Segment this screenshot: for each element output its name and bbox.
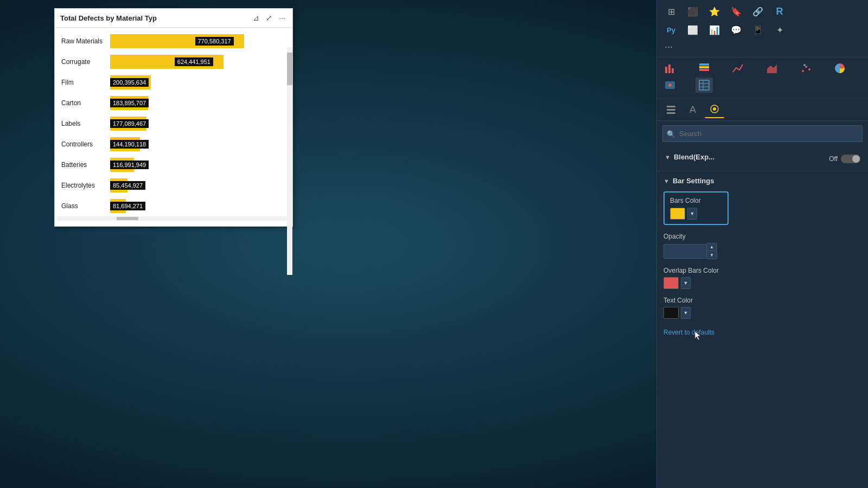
table-row: Controllers144,190,118: [57, 134, 290, 155]
bars-color-dropdown-btn[interactable]: ▼: [687, 208, 697, 220]
blend-header[interactable]: ▼ Blend(Exp...: [665, 153, 714, 161]
overlap-color-swatch[interactable]: [663, 277, 679, 289]
bar-container: 116,991,949: [110, 158, 286, 172]
blend-toggle-container: Off: [829, 155, 860, 163]
toolbar-icon-9[interactable]: 📱: [748, 22, 768, 38]
table-row: Carton183,895,707: [57, 93, 290, 113]
text-color-swatch[interactable]: [663, 307, 679, 319]
overlap-bars-color-field: Overlap Bars Color ▼: [663, 267, 861, 289]
toolbar-icon-6[interactable]: ⬜: [683, 22, 703, 38]
bar-value: 177,089,467: [110, 119, 149, 128]
toolbar-icon-py[interactable]: Py: [661, 22, 681, 38]
bar-label: Labels: [61, 120, 110, 127]
blend-section: ▼ Blend(Exp... Off: [657, 146, 868, 171]
opacity-spinner: ▲ ▼: [707, 243, 717, 259]
overlap-color-picker-row: ▼: [663, 277, 861, 289]
bar-container: 200,395,634: [110, 75, 286, 89]
toolbar-icon-10[interactable]: ✦: [770, 22, 789, 38]
text-color-field: Text Color ▼: [663, 297, 861, 319]
table-row: Film200,395,634: [57, 72, 290, 93]
opacity-field: Opacity 100 ▲ ▼: [663, 233, 861, 259]
search-input[interactable]: [662, 125, 863, 142]
bar-value: 85,454,927: [110, 181, 145, 190]
overlap-bars-color-label: Overlap Bars Color: [663, 267, 861, 274]
viz-icon-map[interactable]: [661, 78, 679, 93]
opacity-input-row: 100 ▲ ▼: [663, 243, 861, 259]
fields-icon[interactable]: [661, 101, 681, 118]
viz-icon-grid: [661, 61, 864, 93]
toolbar-icon-8[interactable]: 💬: [726, 22, 746, 38]
bar-label: Raw Materials: [61, 37, 110, 45]
viz-icon-scatter[interactable]: [797, 61, 815, 76]
viz-icon-table[interactable]: [695, 78, 713, 93]
svg-rect-14: [699, 80, 709, 90]
revert-defaults-btn[interactable]: Revert to defaults: [663, 326, 714, 338]
table-row: Corrugate624,441,951: [57, 52, 290, 72]
viz-icon-bar[interactable]: [661, 61, 679, 76]
search-box: 🔍: [662, 125, 863, 142]
blend-toggle-label: Off: [829, 155, 838, 163]
bar-container: 624,441,951: [110, 55, 286, 69]
table-row: Labels177,089,467: [57, 113, 290, 134]
toolbar-icon-4[interactable]: 🔖: [726, 3, 746, 20]
format-icon[interactable]: [683, 101, 703, 118]
opacity-input[interactable]: 100: [663, 244, 707, 259]
overlap-color-dropdown-btn[interactable]: ▼: [681, 277, 691, 289]
text-color-dropdown-btn[interactable]: ▼: [681, 307, 691, 319]
bar-label: Corrugate: [61, 58, 110, 66]
table-row: Raw Materials770,580,317: [57, 31, 290, 52]
blend-toggle[interactable]: [841, 155, 860, 163]
bar-label: Glass: [61, 202, 110, 210]
svg-point-10: [803, 64, 806, 66]
bar-value: 183,895,707: [110, 99, 149, 107]
toolbar-icon-7[interactable]: 📊: [705, 22, 724, 38]
viz-icon-line[interactable]: [729, 61, 746, 76]
toolbar-icon-5[interactable]: 🔗: [748, 3, 768, 20]
table-row: Electrolytes85,454,927: [57, 175, 290, 196]
svg-rect-3: [699, 69, 709, 71]
svg-point-9: [808, 68, 810, 70]
svg-point-13: [668, 84, 672, 87]
toolbar-row-1: ⊞ ⬛ ⭐ 🔖 🔗 R: [661, 3, 864, 20]
bar-value: 770,580,317: [195, 37, 234, 46]
bar-container: 177,089,467: [110, 117, 286, 131]
svg-point-7: [802, 70, 804, 72]
svg-point-8: [805, 66, 807, 68]
toolbar-icon-2[interactable]: ⬛: [683, 3, 703, 20]
toolbar-icon-3[interactable]: ⭐: [705, 3, 724, 20]
bar-value: 116,991,949: [110, 160, 149, 169]
opacity-increment-btn[interactable]: ▲: [707, 243, 717, 251]
chart-scrollbar-horizontal[interactable]: [57, 216, 290, 221]
expand-icon[interactable]: ⤢: [264, 13, 274, 23]
chart-title: Total Defects by Material Typ: [60, 14, 157, 22]
svg-point-23: [713, 107, 716, 111]
opacity-label: Opacity: [663, 233, 861, 240]
right-panel: ⊞ ⬛ ⭐ 🔖 🔗 R Py ⬜ 📊 💬 📱 ✦ ···: [656, 0, 868, 488]
filter-icon[interactable]: ⊿: [251, 13, 261, 23]
bars-color-picker-row: ▼: [670, 208, 722, 220]
bar-settings-section: ▼ Bar Settings Bars Color ▼ Opacity 100 …: [657, 171, 868, 344]
analytics-icon[interactable]: [705, 101, 724, 118]
bar-value: 200,395,634: [110, 78, 149, 87]
toolbar-icon-1[interactable]: ⊞: [661, 3, 681, 20]
opacity-decrement-btn[interactable]: ▼: [707, 251, 717, 259]
bars-color-swatch[interactable]: [670, 208, 685, 220]
svg-rect-18: [667, 106, 675, 107]
chart-scrollbar-vertical[interactable]: [287, 47, 292, 275]
viz-icon-pie[interactable]: [831, 61, 848, 76]
toolbar-icon-r[interactable]: R: [770, 3, 789, 20]
svg-marker-6: [767, 65, 777, 73]
svg-rect-19: [667, 109, 675, 111]
svg-rect-0: [665, 67, 667, 73]
search-icon: 🔍: [667, 130, 675, 138]
bar-container: 183,895,707: [110, 96, 286, 110]
more-options-icon[interactable]: ···: [277, 13, 287, 23]
bar-settings-header[interactable]: ▼ Bar Settings: [663, 177, 861, 185]
viz-icon-area[interactable]: [763, 61, 781, 76]
viz-icon-stacked-bar[interactable]: [695, 61, 713, 76]
bar-value: 144,190,118: [110, 140, 149, 149]
format-icons-row: [657, 99, 868, 121]
chart-titlebar: Total Defects by Material Typ ⊿ ⤢ ···: [55, 9, 292, 28]
svg-rect-1: [668, 65, 671, 73]
bar-value: 624,441,951: [175, 57, 213, 66]
